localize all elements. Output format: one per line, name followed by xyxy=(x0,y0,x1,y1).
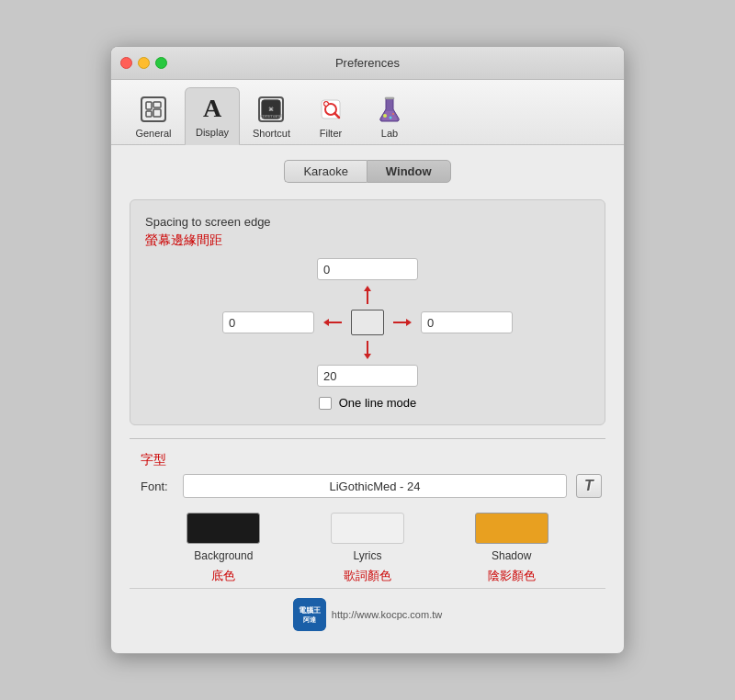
font-section: 字型 Font: T Background 底色 Lyri xyxy=(130,452,605,584)
one-line-checkbox[interactable] xyxy=(319,397,332,410)
color-item-background: Background 底色 xyxy=(187,513,260,584)
titlebar: Preferences xyxy=(111,47,624,80)
section-divider xyxy=(130,438,605,439)
close-button[interactable] xyxy=(120,57,132,69)
toolbar-item-general[interactable]: General xyxy=(126,89,181,144)
colors-row: Background 底色 Lyrics 歌詞顏色 Shadow 陰影顏色 xyxy=(133,513,602,584)
background-label-en: Background xyxy=(194,549,253,562)
svg-text:command: command xyxy=(260,113,282,119)
spacing-right-input[interactable] xyxy=(421,311,513,333)
toolbar-item-filter[interactable]: Filter xyxy=(303,89,358,144)
tab-selector: Karaoke Window xyxy=(130,160,605,183)
spacing-section: Spacing to screen edge 螢幕邊緣間距 xyxy=(130,199,605,425)
spacing-center-box xyxy=(351,310,384,335)
display-icon: A xyxy=(198,94,227,123)
spacing-left-input[interactable] xyxy=(222,311,314,333)
arrow-up xyxy=(364,286,371,304)
lab-label: Lab xyxy=(381,128,398,139)
arrow-line-v-top xyxy=(367,291,368,304)
arrow-line-h-left xyxy=(329,322,342,323)
font-input[interactable] xyxy=(183,474,567,498)
toolbar-item-lab[interactable]: Lab xyxy=(362,89,417,144)
filter-label: Filter xyxy=(320,128,342,139)
svg-rect-16 xyxy=(385,97,394,99)
shortcut-icon: ⌘ command xyxy=(256,95,286,124)
font-picker-button[interactable]: T xyxy=(576,474,602,498)
arrow-line-h-right xyxy=(393,322,406,323)
content-area: Karaoke Window Spacing to screen edge 螢幕… xyxy=(111,145,624,653)
minimize-button[interactable] xyxy=(138,57,150,69)
shadow-label-zh: 陰影顏色 xyxy=(488,568,536,584)
arrow-head-down-icon xyxy=(364,354,371,359)
svg-point-15 xyxy=(392,113,394,115)
spacing-top-input[interactable] xyxy=(317,258,418,280)
arrow-head-right-icon xyxy=(406,319,412,326)
shadow-swatch[interactable] xyxy=(475,513,548,544)
background-swatch[interactable] xyxy=(187,513,260,544)
svg-point-14 xyxy=(389,117,391,119)
filter-icon xyxy=(316,95,345,124)
preferences-window: Preferences General A Dis xyxy=(110,46,625,654)
window-title: Preferences xyxy=(335,56,400,70)
spacing-controls xyxy=(145,258,590,387)
svg-rect-2 xyxy=(153,102,161,107)
lyrics-swatch[interactable] xyxy=(331,513,404,544)
svg-text:電腦王: 電腦王 xyxy=(299,606,321,615)
arrow-down xyxy=(364,341,371,359)
arrow-right xyxy=(393,319,412,326)
tab-karaoke[interactable]: Karaoke xyxy=(284,160,366,183)
toolbar: General A Display ⌘ command Shortcut xyxy=(111,80,624,145)
font-title-zh: 字型 xyxy=(141,452,602,469)
svg-point-13 xyxy=(383,114,387,118)
spacing-title-zh: 螢幕邊緣間距 xyxy=(145,232,590,249)
background-label-zh: 底色 xyxy=(211,568,235,584)
toolbar-item-display[interactable]: A Display xyxy=(185,87,240,145)
svg-rect-3 xyxy=(153,109,161,117)
arrow-left xyxy=(323,319,342,326)
color-item-lyrics: Lyrics 歌詞顏色 xyxy=(331,513,404,584)
font-picker-icon: T xyxy=(584,478,594,494)
svg-text:⌘: ⌘ xyxy=(269,105,274,114)
general-icon xyxy=(139,95,168,124)
font-label: Font: xyxy=(141,480,174,493)
window-controls xyxy=(120,57,167,69)
svg-text:阿達: 阿達 xyxy=(303,615,317,623)
watermark-url: http://www.kocpc.com.tw xyxy=(332,609,442,620)
display-label: Display xyxy=(196,127,229,138)
color-item-shadow: Shadow 陰影顏色 xyxy=(475,513,548,584)
svg-rect-1 xyxy=(146,111,152,117)
one-line-label: One line mode xyxy=(339,396,417,410)
one-line-row: One line mode xyxy=(145,396,590,410)
lyrics-label-en: Lyrics xyxy=(354,549,382,562)
lyrics-label-zh: 歌詞顏色 xyxy=(344,568,391,584)
svg-rect-17 xyxy=(293,598,326,631)
arrow-line-v-bottom xyxy=(367,341,368,354)
toolbar-item-shortcut[interactable]: ⌘ command Shortcut xyxy=(243,89,300,144)
maximize-button[interactable] xyxy=(155,57,167,69)
tab-window[interactable]: Window xyxy=(367,160,451,183)
font-row: Font: T xyxy=(141,474,602,498)
spacing-bottom-input[interactable] xyxy=(317,365,418,387)
spacing-middle-row xyxy=(222,310,513,335)
watermark: 電腦王 阿達 http://www.kocpc.com.tw xyxy=(130,588,605,635)
shadow-label-en: Shadow xyxy=(492,549,531,562)
general-label: General xyxy=(135,128,171,139)
watermark-logo: 電腦王 阿達 xyxy=(293,598,326,631)
spacing-title-en: Spacing to screen edge xyxy=(145,215,590,229)
shortcut-label: Shortcut xyxy=(253,128,290,139)
lab-icon xyxy=(375,95,404,124)
svg-rect-0 xyxy=(146,102,152,109)
